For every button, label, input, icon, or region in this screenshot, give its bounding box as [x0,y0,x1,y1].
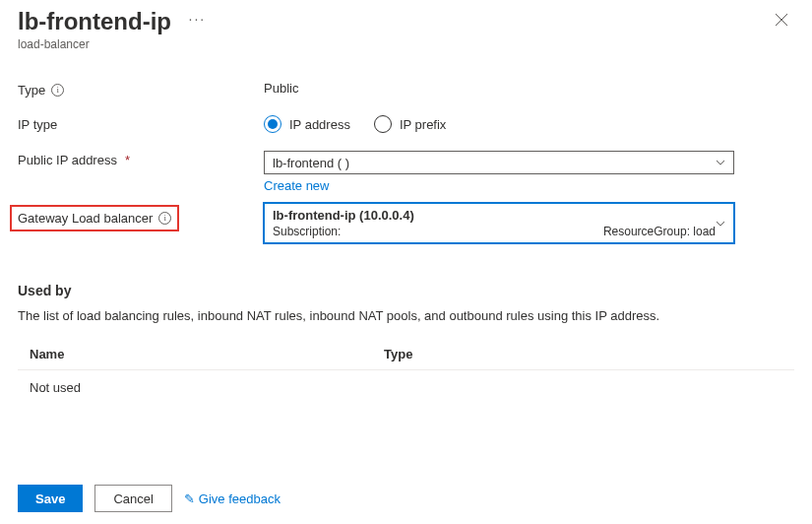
page-title: lb-frontend-ip [18,8,171,35]
create-new-link[interactable]: Create new [264,178,329,193]
close-icon[interactable] [769,8,794,33]
type-value: Public [264,81,298,96]
gateway-select[interactable]: lb-frontend-ip (10.0.0.4) Subscription: … [264,203,734,243]
radio-unselected-icon [374,115,392,133]
chevron-down-icon [716,219,725,229]
gateway-selected-title: lb-frontend-ip (10.0.0.4) [273,208,716,223]
more-actions-icon[interactable]: ··· [189,11,207,27]
cancel-button[interactable]: Cancel [94,485,171,512]
feedback-icon: ✎ [184,491,195,506]
ip-type-radio-group: IP address IP prefix [264,115,734,133]
gateway-label-highlight: Gateway Load balancer i [10,205,179,231]
radio-ip-address-label: IP address [289,117,350,132]
required-asterisk: * [125,153,130,167]
radio-ip-prefix-label: IP prefix [400,117,446,132]
radio-ip-address[interactable]: IP address [264,115,350,133]
gateway-selected-resourcegroup: ResourceGroup: load [603,225,716,238]
page-subtitle: load-balancer [18,37,769,51]
save-button[interactable]: Save [18,485,83,512]
give-feedback-link[interactable]: ✎ Give feedback [184,491,281,506]
type-label: Type [18,83,45,98]
give-feedback-label: Give feedback [199,491,281,506]
table-cell-type [384,380,782,395]
col-type: Type [384,347,782,361]
col-name: Name [30,347,384,361]
chevron-down-icon [716,158,725,167]
public-ip-select[interactable]: lb-frontend ( ) [264,151,734,174]
public-ip-value: lb-frontend ( ) [273,156,349,170]
table-cell-name: Not used [30,380,384,395]
info-icon[interactable]: i [158,212,171,225]
used-by-heading: Used by [18,283,794,298]
used-by-table-header: Name Type [18,339,794,370]
radio-ip-prefix[interactable]: IP prefix [374,115,446,133]
info-icon[interactable]: i [51,84,64,97]
table-row: Not used [18,370,794,405]
gateway-label: Gateway Load balancer [18,211,153,226]
gateway-selected-subscription: Subscription: [273,225,341,238]
ip-type-label: IP type [18,117,57,132]
used-by-description: The list of load balancing rules, inboun… [18,308,794,323]
public-ip-label: Public IP address [18,153,117,167]
radio-selected-icon [264,115,281,133]
